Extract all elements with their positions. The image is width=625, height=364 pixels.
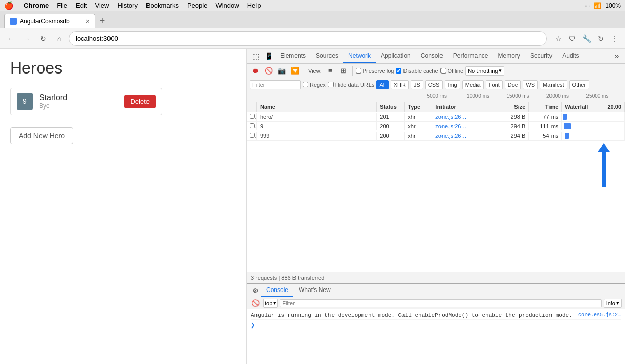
filter-font-button[interactable]: Font: [486, 80, 503, 89]
offline-checkbox[interactable]: Offline: [440, 68, 464, 74]
filter-input[interactable]: [250, 80, 301, 89]
network-list-view-button[interactable]: ≡: [325, 65, 336, 77]
console-message-source[interactable]: core.es5.js:2…: [578, 312, 621, 318]
edit-menu[interactable]: Edit: [76, 2, 87, 9]
sync-icon[interactable]: ↻: [595, 32, 607, 45]
throttle-dropdown[interactable]: No throttling ▾: [465, 66, 504, 76]
tab-close-button[interactable]: ×: [86, 18, 90, 25]
tab-console[interactable]: Console: [416, 49, 448, 63]
table-row[interactable]: hero/ 201 xhr zone.js:26… 298 B 77 ms: [247, 112, 625, 122]
disable-cache-checkbox[interactable]: Disable cache: [396, 68, 438, 74]
header-status[interactable]: Status: [377, 102, 405, 112]
hide-data-urls-input[interactable]: [328, 82, 334, 87]
devtools-inspect-icon[interactable]: ⬚: [249, 49, 262, 63]
row-initiator-2[interactable]: zone.js:26…: [432, 122, 493, 130]
filter-media-button[interactable]: Media: [462, 80, 484, 89]
delete-hero-button[interactable]: Delete: [124, 95, 156, 108]
header-initiator[interactable]: Initiator: [432, 102, 493, 112]
tab-elements[interactable]: Elements: [275, 49, 311, 63]
row-initiator-3[interactable]: zone.js:26…: [432, 132, 493, 140]
console-close-icon[interactable]: ⊗: [250, 285, 261, 296]
filter-js-button[interactable]: JS: [411, 80, 423, 89]
filter-manifest-button[interactable]: Manifest: [540, 80, 567, 89]
home-button[interactable]: ⌂: [53, 32, 66, 45]
tab-console-output[interactable]: Console: [261, 284, 293, 297]
people-menu[interactable]: People: [187, 2, 207, 9]
offline-input[interactable]: [440, 68, 446, 74]
console-toolbar: 🚫 top ▾ Info ▾: [247, 297, 625, 309]
hide-data-urls-checkbox[interactable]: Hide data URLs: [328, 82, 375, 88]
header-type[interactable]: Type: [405, 102, 432, 112]
header-size[interactable]: Size: [493, 102, 529, 112]
filter-ws-button[interactable]: WS: [523, 80, 538, 89]
filter-img-button[interactable]: Img: [445, 80, 460, 89]
new-tab-button[interactable]: +: [95, 14, 109, 28]
tab-whats-new[interactable]: What's New: [293, 284, 336, 297]
table-row[interactable]: 9 200 xhr zone.js:26… 294 B 111 ms: [247, 122, 625, 131]
preserve-log-input[interactable]: [356, 68, 361, 74]
filter-all-button[interactable]: All: [376, 80, 388, 89]
bookmarks-menu[interactable]: Bookmarks: [146, 2, 179, 9]
chrome-menu[interactable]: Chrome: [24, 2, 49, 9]
upload-arrow: [598, 143, 610, 187]
shield-icon[interactable]: 🛡: [566, 32, 578, 45]
tab-audits[interactable]: Audits: [557, 49, 584, 63]
hero-info: Starlord Bye: [39, 93, 118, 110]
row-status-2: 200: [377, 122, 405, 130]
row-type-3: xhr: [405, 132, 432, 140]
regex-checkbox[interactable]: Regex: [303, 82, 326, 88]
browser-tab[interactable]: AngularCosmosdb ×: [4, 14, 95, 28]
filter-css-button[interactable]: CSS: [425, 80, 443, 89]
view-menu[interactable]: View: [95, 2, 109, 9]
row-check-1[interactable]: [247, 113, 257, 121]
help-menu[interactable]: Help: [247, 2, 261, 9]
console-log-level-select[interactable]: Info ▾: [604, 299, 622, 308]
tab-bar: AngularCosmosdb × +: [0, 11, 625, 28]
console-clear-button[interactable]: 🚫: [250, 298, 261, 309]
extension-icon[interactable]: 🔧: [580, 32, 593, 45]
tab-application[interactable]: Application: [376, 49, 416, 63]
preserve-log-checkbox[interactable]: Preserve log: [356, 68, 394, 74]
row-check-3[interactable]: [247, 132, 257, 140]
waterfall-bar-1: [563, 114, 567, 120]
devtools-mobile-icon[interactable]: 📱: [262, 49, 275, 63]
filter-xhr-button[interactable]: XHR: [391, 80, 409, 89]
window-menu[interactable]: Window: [215, 2, 239, 9]
bookmark-icon[interactable]: ☆: [552, 32, 564, 45]
network-filter-toggle[interactable]: 🔽: [289, 65, 301, 77]
regex-label: Regex: [310, 82, 326, 88]
filter-other-button[interactable]: Other: [569, 80, 590, 89]
filter-doc-button[interactable]: Doc: [505, 80, 521, 89]
tab-performance[interactable]: Performance: [448, 49, 493, 63]
forward-button[interactable]: →: [20, 32, 33, 45]
menu-icon[interactable]: ⋮: [609, 32, 621, 45]
header-time[interactable]: Time: [529, 102, 562, 112]
header-waterfall[interactable]: Waterfall 20.00: [562, 102, 625, 112]
row-check-2[interactable]: [247, 122, 257, 130]
network-record-button[interactable]: ⏺: [250, 65, 261, 77]
disable-cache-input[interactable]: [396, 68, 401, 74]
hero-card: 9 Starlord Bye Delete: [10, 88, 162, 115]
console-context-select[interactable]: top ▾: [263, 299, 278, 308]
tab-network[interactable]: Network: [343, 49, 376, 63]
tab-security[interactable]: Security: [525, 49, 557, 63]
header-name[interactable]: Name: [257, 102, 377, 112]
console-filter-input[interactable]: [280, 299, 601, 307]
network-screenshot-button[interactable]: 📷: [276, 65, 287, 77]
back-button[interactable]: ←: [4, 32, 17, 45]
regex-input[interactable]: [303, 82, 308, 87]
file-menu[interactable]: File: [57, 2, 67, 9]
tab-memory[interactable]: Memory: [493, 49, 525, 63]
devtools-overflow-button[interactable]: »: [611, 52, 623, 61]
apple-menu[interactable]: 🍎: [4, 1, 14, 10]
address-bar[interactable]: localhost:3000: [69, 31, 547, 46]
add-hero-button[interactable]: Add New Hero: [10, 127, 73, 144]
row-initiator-1[interactable]: zone.js:26…: [432, 113, 493, 121]
history-menu[interactable]: History: [117, 2, 137, 9]
network-grid-view-button[interactable]: ⊞: [338, 65, 349, 77]
table-row[interactable]: 999 200 xhr zone.js:26… 294 B 54 ms: [247, 131, 625, 141]
tab-sources[interactable]: Sources: [311, 49, 343, 63]
timeline-tick-10000: 10000 ms: [466, 91, 489, 99]
refresh-button[interactable]: ↻: [36, 32, 50, 45]
network-clear-button[interactable]: 🚫: [263, 65, 274, 77]
